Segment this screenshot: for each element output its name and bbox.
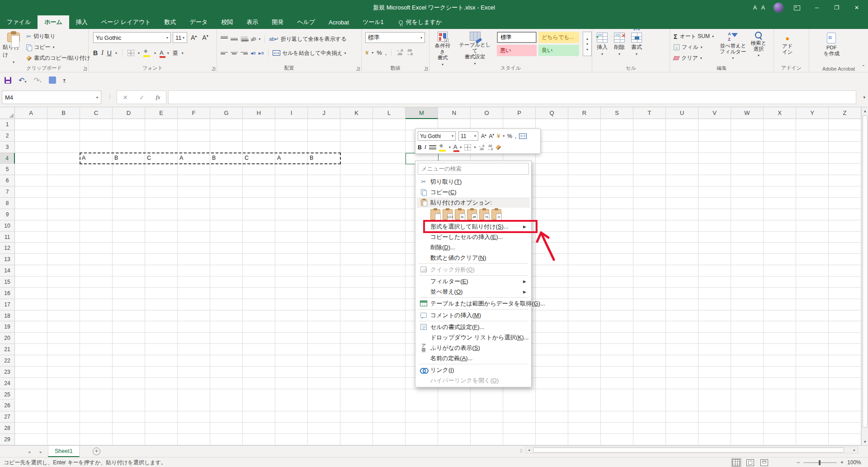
menu-item[interactable]: フィルター(E)▶ — [417, 276, 530, 286]
percent-button[interactable]: % — [377, 49, 382, 56]
increase-indent-button[interactable]: ▸≡ — [259, 50, 264, 56]
mini-percent-button[interactable]: % — [507, 133, 512, 139]
undo-button[interactable]: ↶▾ — [19, 76, 26, 85]
paste-icon[interactable] — [430, 209, 440, 220]
mini-fill-color-button[interactable] — [439, 144, 446, 151]
row-header-13[interactable]: 13 — [0, 254, 15, 265]
mini-italic-button[interactable]: I — [425, 144, 426, 151]
tab-file[interactable]: ファイル — [0, 15, 38, 29]
find-select-button[interactable]: 検索と 選択▾ — [751, 32, 767, 61]
wrap-text-button[interactable]: ab↵折り返して全体を表示する — [269, 35, 346, 43]
borders-button[interactable] — [127, 50, 134, 56]
scroll-up-arrow[interactable]: ▲ — [862, 107, 868, 114]
column-header-K[interactable]: K — [340, 107, 373, 119]
row-header-17[interactable]: 17 — [0, 299, 15, 310]
tab-表示[interactable]: 表示 — [240, 15, 265, 29]
menu-item[interactable]: 数式と値のクリア(N) — [417, 253, 530, 263]
font-dialog-launcher[interactable] — [212, 67, 215, 71]
cancel-entry-button[interactable]: ✕ — [123, 94, 128, 101]
column-header-B[interactable]: B — [47, 107, 80, 119]
menu-item[interactable]: コピーしたセルの挿入(E)... — [417, 232, 530, 242]
autosum-button[interactable]: Σオート SUM▾ — [674, 33, 714, 40]
paste-link-icon[interactable]: ∞ — [491, 209, 501, 220]
save-button[interactable] — [5, 77, 11, 84]
align-right-button[interactable] — [241, 50, 248, 56]
cell-style-chip[interactable]: 標準 — [497, 32, 537, 43]
addin-shortcut-button[interactable] — [49, 76, 56, 84]
new-sheet-button[interactable]: + — [93, 448, 100, 455]
orientation-button[interactable]: ab — [250, 35, 257, 42]
paste-values-icon[interactable]: 123 — [443, 209, 453, 220]
number-dialog-launcher[interactable] — [424, 67, 428, 71]
horizontal-scroll-thumb[interactable] — [533, 448, 844, 453]
underline-button[interactable]: U — [107, 49, 112, 57]
mini-decrease-decimal-button[interactable]: .00→.0 — [487, 144, 493, 151]
page-layout-view-button[interactable] — [746, 459, 754, 466]
decrease-font-button[interactable]: A▾ — [200, 34, 210, 41]
font-name-select[interactable]: Yu Gothic▾ — [93, 32, 171, 43]
decrease-decimal-button[interactable]: .00→.0 — [406, 49, 413, 56]
zoom-slider[interactable] — [803, 462, 837, 463]
column-header-M[interactable]: M — [406, 107, 438, 119]
row-header-22[interactable]: 22 — [0, 355, 15, 367]
mini-font-size-select[interactable]: 11▾ — [458, 131, 478, 141]
column-header-A[interactable]: A — [15, 107, 47, 119]
align-center-button[interactable] — [231, 50, 238, 56]
menu-item[interactable]: コピー(C) — [417, 187, 530, 197]
clear-button[interactable]: クリア▾ — [674, 54, 714, 62]
addins-button[interactable]: ●アド イン — [782, 34, 793, 56]
mini-comma-button[interactable]: , — [515, 133, 516, 139]
row-header-28[interactable]: 28 — [0, 423, 15, 434]
tab-数式[interactable]: 数式 — [158, 15, 183, 29]
tell-me-box[interactable]: 何をしますか — [399, 15, 442, 29]
menu-item[interactable]: リンク(I) — [417, 365, 530, 375]
row-header-10[interactable]: 10 — [0, 220, 15, 232]
alignment-dialog-launcher[interactable] — [356, 67, 360, 71]
column-header-W[interactable]: W — [731, 107, 764, 119]
column-header-U[interactable]: U — [666, 107, 698, 119]
fill-button[interactable]: ↓フィル▾ — [674, 43, 714, 51]
menu-item[interactable]: ドロップダウン リストから選択(K)... — [417, 332, 530, 343]
row-header-27[interactable]: 27 — [0, 411, 15, 423]
row-header-18[interactable]: 18 — [0, 310, 15, 322]
menu-item[interactable]: 形式を選択して貼り付け(S)...▶ — [417, 221, 530, 232]
align-left-button[interactable] — [221, 50, 228, 56]
format-as-table-button[interactable]: テーブルとして 書式設定▾ — [457, 32, 493, 67]
copy-button[interactable]: コピー ▾ — [26, 43, 90, 51]
column-header-D[interactable]: D — [113, 107, 145, 119]
column-header-F[interactable]: F — [178, 107, 210, 119]
column-header-E[interactable]: E — [145, 107, 178, 119]
align-bottom-button[interactable] — [241, 36, 248, 42]
align-top-button[interactable] — [221, 36, 228, 42]
redo-button[interactable]: ↷▾ — [33, 76, 41, 85]
row-header-12[interactable]: 12 — [0, 243, 15, 254]
increase-font-button[interactable]: A▴ — [189, 34, 198, 41]
conditional-formatting-button[interactable]: 条件付き 書式▾ — [432, 32, 453, 67]
tab-校閲[interactable]: 校閲 — [214, 15, 240, 29]
row-header-5[interactable]: 5 — [0, 164, 15, 175]
row-header-6[interactable]: 6 — [0, 175, 15, 186]
merge-center-button[interactable]: ⟷セルを結合して中央揃え ▾ — [273, 49, 346, 57]
column-header-J[interactable]: J — [308, 107, 340, 119]
select-all-corner[interactable] — [0, 107, 15, 119]
row-header-29[interactable]: 29 — [0, 434, 15, 445]
prev-sheet-arrow[interactable]: ◂ — [28, 446, 30, 457]
tab-ヘルプ[interactable]: ヘルプ — [290, 15, 322, 29]
tab-ツール1[interactable]: ツール1 — [356, 15, 391, 29]
menu-item[interactable]: 名前の定義(A)... — [417, 353, 530, 363]
column-header-X[interactable]: X — [764, 107, 796, 119]
phonetic-button[interactable]: 亜 — [173, 49, 178, 57]
close-button[interactable]: ✕ — [850, 2, 863, 13]
mini-font-color-button[interactable]: A — [453, 143, 458, 151]
tab-ホーム[interactable]: ホーム — [38, 15, 69, 29]
row-header-19[interactable]: 19 — [0, 321, 15, 333]
row-header-21[interactable]: 21 — [0, 344, 15, 355]
minimize-button[interactable]: ─ — [810, 2, 824, 13]
paste-formulas-icon[interactable]: fx — [455, 209, 465, 220]
row-header-15[interactable]: 15 — [0, 276, 15, 288]
column-header-L[interactable]: L — [373, 107, 406, 119]
column-header-Y[interactable]: Y — [796, 107, 829, 119]
row-header-2[interactable]: 2 — [0, 130, 15, 142]
column-header-S[interactable]: S — [601, 107, 633, 119]
menu-item[interactable]: クイック分析(Q) — [417, 264, 530, 275]
